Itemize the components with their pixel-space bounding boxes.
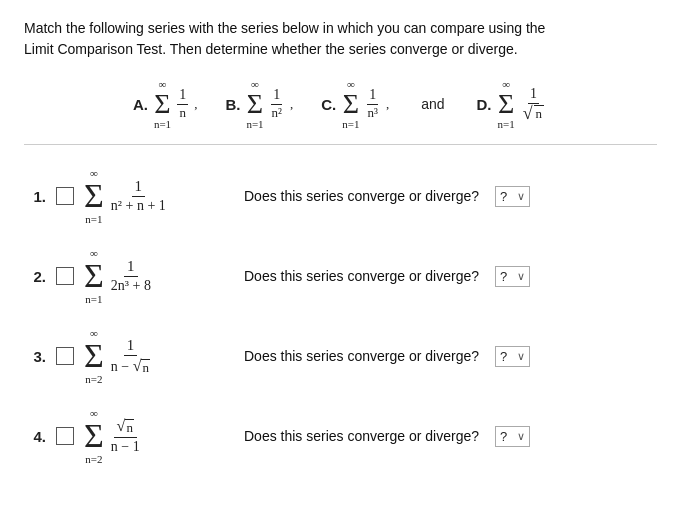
problem-den-3: n − √n <box>108 356 153 377</box>
problem-number-4: 4. <box>24 428 46 445</box>
converge-dropdown-1[interactable]: ? ∨ <box>495 186 530 207</box>
sigma-b: ∞ Σ n=1 <box>246 78 263 130</box>
header-series-b: B. ∞ Σ n=1 1 n² , <box>225 78 293 130</box>
checkbox-1[interactable] <box>56 187 74 205</box>
sigma-symbol-c: Σ <box>343 90 359 118</box>
fraction-c: 1 n³ <box>365 87 379 120</box>
label-d: D. <box>476 96 491 113</box>
problem-sigma-3: ∞ Σ n=2 <box>84 327 104 385</box>
sum-from-b: n=1 <box>246 118 263 130</box>
problem-den-4: n − 1 <box>108 438 143 456</box>
question-text-2: Does this series converge or diverge? <box>244 268 479 284</box>
fraction-a: 1 n <box>177 87 188 120</box>
problem-sigma-sym-2: Σ <box>84 259 104 293</box>
dropdown-value-2: ? <box>500 269 507 284</box>
dropdown-value-1: ? <box>500 189 507 204</box>
problem-sigma-sym-4: Σ <box>84 419 104 453</box>
dropdown-value-4: ? <box>500 429 507 444</box>
problem-den-2: 2n³ + 8 <box>108 277 154 295</box>
frac-d-den: √n <box>521 104 546 123</box>
frac-a-num: 1 <box>177 87 188 105</box>
frac-c-den: n³ <box>365 105 379 121</box>
problem-num-1: 1 <box>132 177 146 198</box>
dropdown-value-3: ? <box>500 349 507 364</box>
question-text-4: Does this series converge or diverge? <box>244 428 479 444</box>
sigma-a: ∞ Σ n=1 <box>154 78 171 130</box>
chevron-icon-3: ∨ <box>517 350 525 363</box>
sigma-symbol-b: Σ <box>247 90 263 118</box>
problem-sum-from-1: n=1 <box>85 213 102 225</box>
problem-sigma-sym-1: Σ <box>84 179 104 213</box>
problem-number-1: 1. <box>24 188 46 205</box>
problem-fraction-4: √n n − 1 <box>108 416 143 456</box>
label-c: C. <box>321 96 336 113</box>
sigma-symbol-a: Σ <box>154 90 170 118</box>
problem-sum-from-4: n=2 <box>85 453 102 465</box>
sigma-d: ∞ Σ n=1 <box>497 78 514 130</box>
sum-from-d: n=1 <box>497 118 514 130</box>
problem-sigma-4: ∞ Σ n=2 <box>84 407 104 465</box>
problem-row-1: 1. ∞ Σ n=1 1 n² + n + 1 Does this series… <box>24 167 657 225</box>
problem-fraction-1: 1 n² + n + 1 <box>108 177 169 216</box>
problem-row-4: 4. ∞ Σ n=2 √n n − 1 Does this series con… <box>24 407 657 465</box>
sqrt-content-d: n <box>534 105 545 122</box>
problem-sigma-2: ∞ Σ n=1 <box>84 247 104 305</box>
header-series-a: A. ∞ Σ n=1 1 n , <box>133 78 197 130</box>
problem-row-2: 2. ∞ Σ n=1 1 2n³ + 8 Does this series co… <box>24 247 657 305</box>
comma-a: , <box>194 96 197 112</box>
checkbox-3[interactable] <box>56 347 74 365</box>
problem-den-1: n² + n + 1 <box>108 197 169 215</box>
sigma-symbol-d: Σ <box>498 90 514 118</box>
sqrt-symbol-d: √ <box>523 104 533 122</box>
header-series-d: D. ∞ Σ n=1 1 √n <box>476 78 548 130</box>
converge-dropdown-3[interactable]: ? ∨ <box>495 346 530 367</box>
problem-sigma-sym-3: Σ <box>84 339 104 373</box>
frac-a-den: n <box>177 105 188 121</box>
question-text-1: Does this series converge or diverge? <box>244 188 479 204</box>
chevron-icon-2: ∨ <box>517 270 525 283</box>
series-header: A. ∞ Σ n=1 1 n , B. ∞ Σ n=1 1 n² , C. ∞ … <box>24 78 657 145</box>
problem-num-3: 1 <box>124 336 138 357</box>
problem-num-4: √n <box>114 416 137 438</box>
problem-expr-2: ∞ Σ n=1 1 2n³ + 8 <box>84 247 224 305</box>
question-text-3: Does this series converge or diverge? <box>244 348 479 364</box>
problem-row-3: 3. ∞ Σ n=2 1 n − √n Does this series con… <box>24 327 657 385</box>
converge-dropdown-2[interactable]: ? ∨ <box>495 266 530 287</box>
problem-sum-from-3: n=2 <box>85 373 102 385</box>
problem-expr-1: ∞ Σ n=1 1 n² + n + 1 <box>84 167 224 225</box>
sigma-c: ∞ Σ n=1 <box>342 78 359 130</box>
comma-c: , <box>386 96 389 112</box>
label-b: B. <box>225 96 240 113</box>
problem-sum-from-2: n=1 <box>85 293 102 305</box>
frac-d-num: 1 <box>528 86 539 104</box>
comma-b: , <box>290 96 293 112</box>
chevron-icon-1: ∨ <box>517 190 525 203</box>
fraction-b: 1 n² <box>270 87 284 120</box>
label-a: A. <box>133 96 148 113</box>
problem-num-2: 1 <box>124 257 138 278</box>
problem-fraction-3: 1 n − √n <box>108 336 153 377</box>
and-text: and <box>421 96 444 112</box>
header-series-c: C. ∞ Σ n=1 1 n³ , <box>321 78 389 130</box>
problem-number-2: 2. <box>24 268 46 285</box>
problem-fraction-2: 1 2n³ + 8 <box>108 257 154 296</box>
problem-number-3: 3. <box>24 348 46 365</box>
frac-b-num: 1 <box>271 87 282 105</box>
fraction-d: 1 √n <box>521 86 546 122</box>
instructions-line2: Limit Comparison Test. Then determine wh… <box>24 41 518 57</box>
problem-expr-4: ∞ Σ n=2 √n n − 1 <box>84 407 224 465</box>
chevron-icon-4: ∨ <box>517 430 525 443</box>
problem-sigma-1: ∞ Σ n=1 <box>84 167 104 225</box>
checkbox-2[interactable] <box>56 267 74 285</box>
frac-c-num: 1 <box>367 87 378 105</box>
instructions-line1: Match the following series with the seri… <box>24 20 545 36</box>
sum-from-c: n=1 <box>342 118 359 130</box>
sum-from-a: n=1 <box>154 118 171 130</box>
instructions: Match the following series with the seri… <box>24 18 657 60</box>
problem-expr-3: ∞ Σ n=2 1 n − √n <box>84 327 224 385</box>
checkbox-4[interactable] <box>56 427 74 445</box>
frac-b-den: n² <box>270 105 284 121</box>
converge-dropdown-4[interactable]: ? ∨ <box>495 426 530 447</box>
